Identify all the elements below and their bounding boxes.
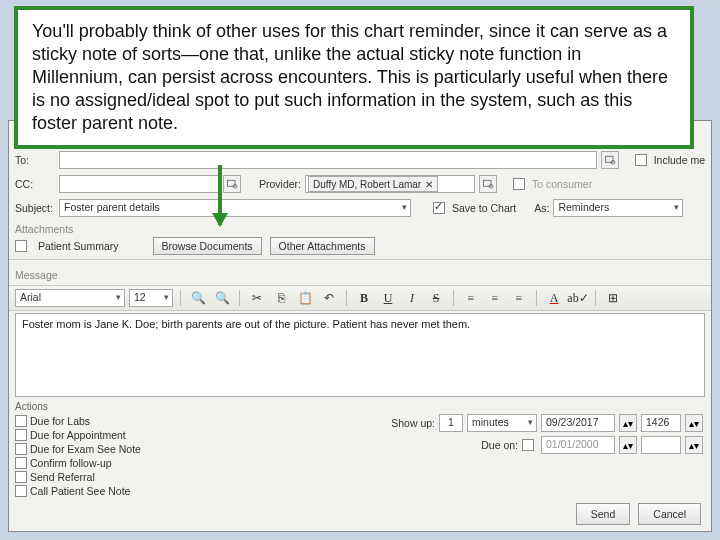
cc-field[interactable]: [59, 175, 219, 193]
showup-date-stepper[interactable]: ▴▾: [619, 414, 637, 432]
action-checkbox[interactable]: [15, 443, 27, 455]
undo-icon[interactable]: ↶: [319, 289, 339, 307]
strike-button[interactable]: S: [426, 289, 446, 307]
font-color-icon[interactable]: A: [544, 289, 564, 307]
remove-provider-icon[interactable]: ✕: [425, 179, 433, 190]
include-me-label: Include me: [654, 154, 705, 166]
insert-template-icon[interactable]: ⊞: [603, 289, 623, 307]
font-combo[interactable]: Arial: [15, 289, 125, 307]
dueon-time-field: [641, 436, 681, 454]
provider-label: Provider:: [259, 178, 301, 190]
action-item[interactable]: Due for Appointment: [15, 428, 175, 442]
action-item[interactable]: Confirm follow-up: [15, 456, 175, 470]
attachments-label: Attachments: [15, 223, 73, 235]
showup-label: Show up:: [391, 417, 435, 429]
action-label: Due for Appointment: [30, 429, 126, 441]
action-label: Confirm follow-up: [30, 457, 112, 469]
action-label: Call Patient See Note: [30, 485, 130, 497]
align-center-icon[interactable]: ≡: [485, 289, 505, 307]
action-checkbox[interactable]: [15, 485, 27, 497]
svg-rect-6: [484, 180, 492, 186]
patient-summary-label: Patient Summary: [38, 240, 119, 252]
dueon-date-stepper[interactable]: ▴▾: [619, 436, 637, 454]
cancel-button[interactable]: Cancel: [638, 503, 701, 525]
actions-title: Actions: [15, 401, 705, 412]
cut-icon[interactable]: ✂: [247, 289, 267, 307]
callout-arrow: [218, 165, 222, 225]
action-item[interactable]: Send Referral: [15, 470, 175, 484]
save-to-chart-checkbox[interactable]: [433, 202, 445, 214]
action-item[interactable]: Call Patient See Note: [15, 484, 175, 498]
instructional-callout: You'll probably think of other uses for …: [14, 6, 694, 149]
showup-qty-field[interactable]: 1: [439, 414, 463, 432]
action-checkbox[interactable]: [15, 429, 27, 441]
spellcheck-icon[interactable]: ab✓: [568, 289, 588, 307]
action-item[interactable]: Due for Exam See Note: [15, 442, 175, 456]
action-label: Send Referral: [30, 471, 95, 483]
svg-rect-2: [605, 156, 613, 162]
bold-button[interactable]: B: [354, 289, 374, 307]
browse-documents-button[interactable]: Browse Documents: [153, 237, 262, 255]
other-attachments-button[interactable]: Other Attachments: [270, 237, 375, 255]
actions-panel: Actions Due for Labs Due for Appointment…: [15, 401, 705, 498]
save-to-chart-label: Save to Chart: [452, 202, 516, 214]
provider-search-icon[interactable]: [479, 175, 497, 193]
provider-name: Duffy MD, Robert Lamar: [313, 179, 421, 190]
to-search-icon[interactable]: [601, 151, 619, 169]
action-checkbox[interactable]: [15, 471, 27, 483]
as-combo[interactable]: Reminders: [553, 199, 683, 217]
as-value: Reminders: [558, 201, 609, 213]
provider-chip[interactable]: Duffy MD, Robert Lamar ✕: [308, 176, 438, 192]
action-checkbox[interactable]: [15, 457, 27, 469]
align-right-icon[interactable]: ≡: [509, 289, 529, 307]
underline-button[interactable]: U: [378, 289, 398, 307]
action-item[interactable]: Due for Labs: [15, 414, 175, 428]
subject-value: Foster parent details: [64, 201, 160, 213]
to-field[interactable]: [59, 151, 597, 169]
svg-rect-4: [228, 180, 236, 186]
include-me-checkbox[interactable]: [635, 154, 647, 166]
message-editor[interactable]: Foster mom is Jane K. Doe; birth parents…: [15, 313, 705, 397]
font-size-combo[interactable]: 12: [129, 289, 173, 307]
provider-field[interactable]: Duffy MD, Robert Lamar ✕: [305, 175, 475, 193]
dueon-date-field[interactable]: 01/01/2000: [541, 436, 615, 454]
to-consumer-label: To consumer: [532, 178, 592, 190]
cc-search-icon[interactable]: [223, 175, 241, 193]
patient-summary-checkbox[interactable]: [15, 240, 27, 252]
dueon-label: Due on:: [481, 439, 518, 451]
as-label: As:: [534, 202, 549, 214]
action-label: Due for Exam See Note: [30, 443, 141, 455]
showup-time-stepper[interactable]: ▴▾: [685, 414, 703, 432]
showup-unit-combo[interactable]: minutes: [467, 414, 537, 432]
subject-label: Subject:: [15, 202, 55, 214]
action-checkbox[interactable]: [15, 415, 27, 427]
showup-date-field[interactable]: 09/23/2017: [541, 414, 615, 432]
message-window: Patient: ZZTEST, CERTTEST Show in: Chart…: [8, 120, 712, 532]
action-label: Due for Labs: [30, 415, 90, 427]
to-label: To:: [15, 154, 55, 166]
font-size-value: 12: [134, 291, 146, 303]
subject-field[interactable]: Foster parent details: [59, 199, 411, 217]
actions-list: Due for Labs Due for Appointment Due for…: [15, 414, 175, 498]
message-text: Foster mom is Jane K. Doe; birth parents…: [22, 318, 470, 330]
copy-icon[interactable]: ⎘: [271, 289, 291, 307]
callout-text: You'll probably think of other uses for …: [32, 21, 668, 133]
format-toolbar: Arial 12 🔍 🔍 ✂ ⎘ 📋 ↶ B U I S ≡ ≡ ≡ A ab✓…: [9, 285, 711, 311]
to-consumer-checkbox[interactable]: [513, 178, 525, 190]
zoom-out-icon[interactable]: 🔍: [212, 289, 232, 307]
align-left-icon[interactable]: ≡: [461, 289, 481, 307]
send-button[interactable]: Send: [576, 503, 631, 525]
font-value: Arial: [20, 291, 41, 303]
italic-button[interactable]: I: [402, 289, 422, 307]
showup-time-field[interactable]: 1426: [641, 414, 681, 432]
paste-icon[interactable]: 📋: [295, 289, 315, 307]
zoom-in-icon[interactable]: 🔍: [188, 289, 208, 307]
dueon-time-stepper: ▴▾: [685, 436, 703, 454]
cc-label: CC:: [15, 178, 55, 190]
message-label: Message: [15, 269, 58, 281]
dueon-checkbox[interactable]: [522, 439, 534, 451]
